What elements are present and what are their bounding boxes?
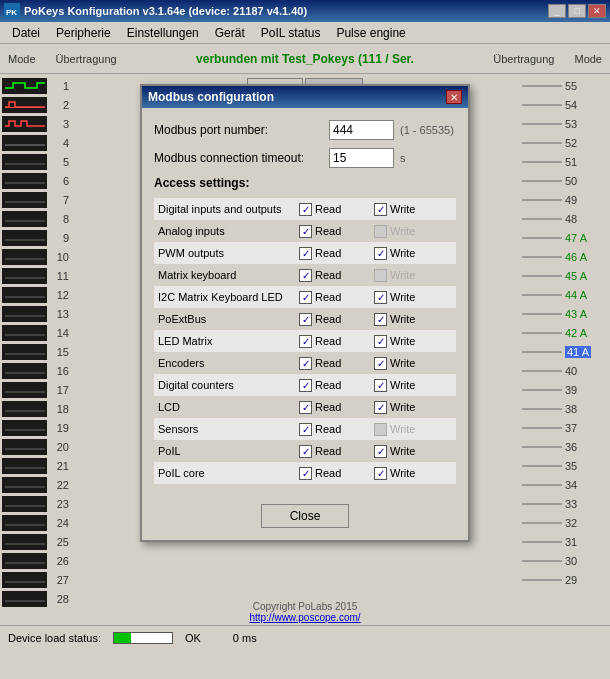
read-group-7: Read <box>299 357 374 370</box>
right-pin-num-15: 40 <box>565 365 577 377</box>
device-load-bar-fill <box>114 633 131 643</box>
write-checkbox-2[interactable] <box>374 247 387 260</box>
read-checkbox-5[interactable] <box>299 313 312 326</box>
read-checkbox-3[interactable] <box>299 269 312 282</box>
port-input[interactable] <box>329 120 394 140</box>
write-checkbox-12[interactable] <box>374 467 387 480</box>
right-pin-num-7: 48 <box>565 213 577 225</box>
close-button[interactable]: Close <box>261 504 350 528</box>
pin-row-2: 2 <box>2 95 88 114</box>
pin-row-11: 11 <box>2 266 88 285</box>
menu-poil-status[interactable]: PoIL status <box>253 24 329 42</box>
menu-bar: Datei Peripherie Einstellungen Gerät PoI… <box>0 22 610 44</box>
access-row-2: PWM outputsReadWrite <box>154 242 456 264</box>
maximize-button[interactable]: □ <box>568 4 586 18</box>
menu-peripherie[interactable]: Peripherie <box>48 24 119 42</box>
modal-footer: Close <box>142 496 468 540</box>
read-label-12: Read <box>315 467 341 479</box>
connection-status: verbunden mit Test_Pokeys (111 / Ser. <box>137 52 474 66</box>
write-checkbox-11[interactable] <box>374 445 387 458</box>
pin-row-23: 23 <box>2 494 88 513</box>
right-signal-18 <box>522 420 562 435</box>
mode-label-left: Mode <box>8 53 36 65</box>
right-pin-num-6: 49 <box>565 194 577 206</box>
write-checkbox-4[interactable] <box>374 291 387 304</box>
read-checkbox-0[interactable] <box>299 203 312 216</box>
right-pin-row-22: 33 <box>522 494 608 513</box>
modal-title-bar: Modbus configuration ✕ <box>142 86 468 108</box>
write-checkbox-6[interactable] <box>374 335 387 348</box>
write-checkbox-5[interactable] <box>374 313 387 326</box>
pin-row-20: 20 <box>2 437 88 456</box>
menu-datei[interactable]: Datei <box>4 24 48 42</box>
pin-row-21: 21 <box>2 456 88 475</box>
pin-row-10: 10 <box>2 247 88 266</box>
right-signal-22 <box>522 496 562 511</box>
pin-row-26: 26 <box>2 551 88 570</box>
window-title: PoKeys Konfiguration v3.1.64e (device: 2… <box>24 5 307 17</box>
write-group-10: Write <box>374 423 449 436</box>
menu-einstellungen[interactable]: Einstellungen <box>119 24 207 42</box>
pin-row-4: 4 <box>2 133 88 152</box>
modal-close-x-button[interactable]: ✕ <box>446 90 462 104</box>
right-pin-num-8: 47 A <box>565 232 587 244</box>
write-checkbox-7[interactable] <box>374 357 387 370</box>
access-row-10: SensorsReadWrite <box>154 418 456 440</box>
menu-geraet[interactable]: Gerät <box>207 24 253 42</box>
read-checkbox-2[interactable] <box>299 247 312 260</box>
read-checkbox-7[interactable] <box>299 357 312 370</box>
read-label-2: Read <box>315 247 341 259</box>
write-group-8: Write <box>374 379 449 392</box>
pin-row-9: 9 <box>2 228 88 247</box>
read-group-5: Read <box>299 313 374 326</box>
right-pin-num-11: 44 A <box>565 289 587 301</box>
port-hint: (1 - 65535) <box>400 124 454 136</box>
right-pin-num-26: 29 <box>565 574 577 586</box>
right-signal-10 <box>522 268 562 283</box>
modbus-config-dialog: Modbus configuration ✕ Modbus port numbe… <box>140 84 470 542</box>
read-checkbox-10[interactable] <box>299 423 312 436</box>
right-signal-17 <box>522 401 562 416</box>
timeout-input[interactable] <box>329 148 394 168</box>
read-checkbox-9[interactable] <box>299 401 312 414</box>
title-bar: PK PoKeys Konfiguration v3.1.64e (device… <box>0 0 610 22</box>
read-label-5: Read <box>315 313 341 325</box>
read-checkbox-12[interactable] <box>299 467 312 480</box>
right-pin-row-0: 55 <box>522 76 608 95</box>
read-label-11: Read <box>315 445 341 457</box>
read-checkbox-6[interactable] <box>299 335 312 348</box>
right-pin-num-25: 30 <box>565 555 577 567</box>
access-name-8: Digital counters <box>154 379 299 391</box>
write-label-6: Write <box>390 335 415 347</box>
read-checkbox-1[interactable] <box>299 225 312 238</box>
read-label-4: Read <box>315 291 341 303</box>
read-checkbox-11[interactable] <box>299 445 312 458</box>
close-window-button[interactable]: ✕ <box>588 4 606 18</box>
write-checkbox-0[interactable] <box>374 203 387 216</box>
write-checkbox-8[interactable] <box>374 379 387 392</box>
pin-row-22: 22 <box>2 475 88 494</box>
menu-pulse-engine[interactable]: Pulse engine <box>328 24 413 42</box>
write-checkbox-9[interactable] <box>374 401 387 414</box>
write-group-6: Write <box>374 335 449 348</box>
pin-row-8: 8 <box>2 209 88 228</box>
read-checkbox-8[interactable] <box>299 379 312 392</box>
read-group-2: Read <box>299 247 374 260</box>
right-pin-num-0: 55 <box>565 80 577 92</box>
read-group-1: Read <box>299 225 374 238</box>
right-pin-num-2: 53 <box>565 118 577 130</box>
read-label-10: Read <box>315 423 341 435</box>
read-checkbox-4[interactable] <box>299 291 312 304</box>
right-pin-row-24: 31 <box>522 532 608 551</box>
write-label-10: Write <box>390 423 415 435</box>
right-pin-row-6: 49 <box>522 190 608 209</box>
pin-row-13: 13 <box>2 304 88 323</box>
bottom-status-bar: Device load status: OK 0 ms <box>0 625 610 649</box>
right-pin-num-13: 42 A <box>565 327 587 339</box>
right-pin-row-4: 51 <box>522 152 608 171</box>
pin-signal-1 <box>2 78 47 94</box>
minimize-button[interactable]: _ <box>548 4 566 18</box>
read-group-3: Read <box>299 269 374 282</box>
write-group-0: Write <box>374 203 449 216</box>
read-group-0: Read <box>299 203 374 216</box>
